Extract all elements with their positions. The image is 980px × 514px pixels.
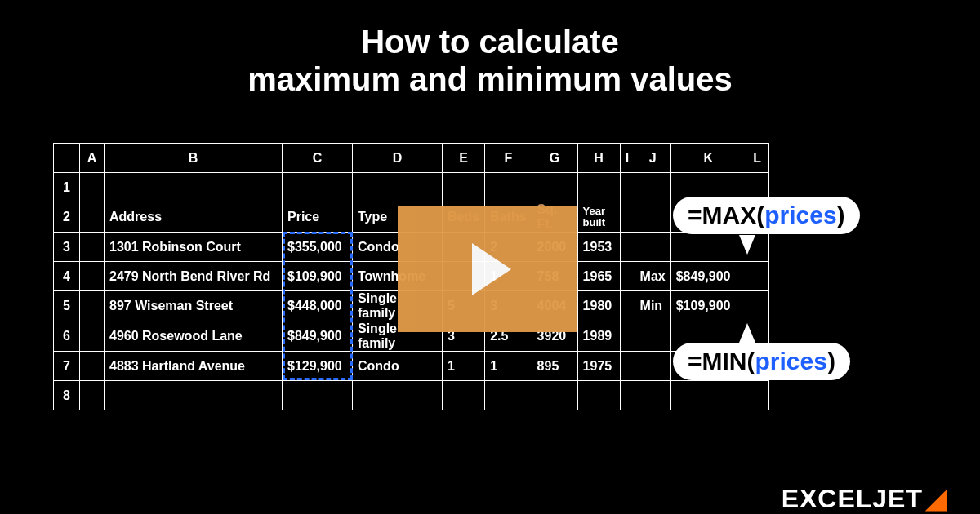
cell-B1[interactable] (105, 173, 283, 202)
row-header-7[interactable]: 7 (54, 352, 80, 381)
cell-F7[interactable]: 1 (485, 352, 532, 381)
row-header-6[interactable]: 6 (54, 321, 80, 352)
cell-H6[interactable]: 1989 (577, 321, 620, 352)
callout-tail-bot (739, 323, 755, 343)
cell-J8[interactable] (635, 381, 670, 410)
col-header-B[interactable]: B (105, 144, 283, 173)
cell-F8[interactable] (485, 381, 532, 410)
cell-H8[interactable] (577, 381, 620, 410)
col-header-F[interactable]: F (485, 144, 532, 173)
cell-D8[interactable] (353, 381, 443, 410)
cell-D1[interactable] (353, 173, 443, 202)
cell-A8[interactable] (80, 381, 105, 410)
cell-I2[interactable] (620, 202, 635, 233)
cell-K8[interactable] (670, 381, 746, 410)
cell-E1[interactable] (443, 173, 485, 202)
cell-C3[interactable]: $355,000 (283, 233, 353, 262)
cell-I5[interactable] (620, 291, 635, 321)
cell-H1[interactable] (577, 173, 620, 202)
col-header-D[interactable]: D (353, 144, 443, 173)
cell-J5-min-label[interactable]: Min (635, 291, 670, 321)
cell-K4-max-value[interactable]: $849,900 (670, 262, 746, 291)
logo-accent-icon: ◢ (926, 483, 947, 514)
cell-B4[interactable]: 2479 North Bend River Rd (105, 262, 283, 291)
cell-A7[interactable] (80, 352, 105, 381)
cell-H7[interactable]: 1975 (577, 352, 620, 381)
cell-G7[interactable]: 895 (532, 352, 577, 381)
cell-A3[interactable] (80, 233, 105, 262)
cell-L8[interactable] (746, 381, 768, 410)
row-header-2[interactable]: 2 (54, 202, 80, 233)
cell-H4[interactable]: 1965 (577, 262, 620, 291)
cell-C7[interactable]: $129,900 (283, 352, 353, 381)
cell-E7[interactable]: 1 (443, 352, 485, 381)
cell-H3[interactable]: 1953 (577, 233, 620, 262)
cell-J2[interactable] (635, 202, 670, 233)
cell-I7[interactable] (620, 352, 635, 381)
cell-J7[interactable] (635, 352, 670, 381)
cell-C6[interactable]: $849,900 (283, 321, 353, 352)
header-year[interactable]: Year built (577, 202, 620, 233)
cell-B5[interactable]: 897 Wiseman Street (105, 291, 283, 321)
video-play-overlay[interactable] (398, 206, 577, 332)
cell-I8[interactable] (620, 381, 635, 410)
cell-B8[interactable] (105, 381, 283, 410)
cell-I4[interactable] (620, 262, 635, 291)
cell-A4[interactable] (80, 262, 105, 291)
play-icon (472, 243, 511, 295)
title-line-2: maximum and minimum values (0, 60, 980, 98)
row-header-4[interactable]: 4 (54, 262, 80, 291)
cell-I1[interactable] (620, 173, 635, 202)
cell-A2[interactable] (80, 202, 105, 233)
header-address[interactable]: Address (105, 202, 283, 233)
cell-G1[interactable] (532, 173, 577, 202)
cell-B7[interactable]: 4883 Hartland Avenue (105, 352, 283, 381)
cell-C4[interactable]: $109,900 (283, 262, 353, 291)
col-header-J[interactable]: J (635, 144, 670, 173)
cell-J4-max-label[interactable]: Max (635, 262, 670, 291)
header-price[interactable]: Price (283, 202, 353, 233)
cell-C5[interactable]: $448,000 (283, 291, 353, 321)
cell-K3[interactable] (670, 233, 746, 262)
cell-J1[interactable] (635, 173, 670, 202)
cell-G8[interactable] (532, 381, 577, 410)
col-header-E[interactable]: E (443, 144, 485, 173)
cell-C8[interactable] (283, 381, 353, 410)
title-line-1: How to calculate (0, 23, 980, 60)
cell-B3[interactable]: 1301 Robinson Court (105, 233, 283, 262)
formula-max-post: ) (837, 202, 845, 228)
cell-K5-min-value[interactable]: $109,900 (670, 291, 746, 321)
col-header-H[interactable]: H (577, 144, 620, 173)
cell-B6[interactable]: 4960 Rosewood Lane (105, 321, 283, 352)
col-header-G[interactable]: G (532, 144, 577, 173)
cell-I3[interactable] (620, 233, 635, 262)
cell-C1[interactable] (283, 173, 353, 202)
formula-max-arg: prices (764, 202, 836, 228)
cell-I6[interactable] (620, 321, 635, 352)
row-header-3[interactable]: 3 (54, 233, 80, 262)
cell-D7[interactable]: Condo (353, 352, 443, 381)
select-all-corner[interactable] (54, 144, 80, 173)
col-header-C[interactable]: C (283, 144, 353, 173)
formula-max-pre: =MAX( (688, 202, 764, 228)
logo-text: EXCELJET (782, 484, 923, 513)
row-header-5[interactable]: 5 (54, 291, 80, 321)
callout-tail-top (739, 235, 755, 255)
cell-J6[interactable] (635, 321, 670, 352)
cell-A1[interactable] (80, 173, 105, 202)
cell-E8[interactable] (443, 381, 485, 410)
cell-L4[interactable] (746, 262, 768, 291)
row-header-8[interactable]: 8 (54, 381, 80, 410)
cell-F1[interactable] (485, 173, 532, 202)
col-header-I[interactable]: I (620, 144, 635, 173)
cell-L5[interactable] (746, 291, 768, 321)
cell-A5[interactable] (80, 291, 105, 321)
col-header-L[interactable]: L (746, 144, 768, 173)
col-header-A[interactable]: A (80, 144, 105, 173)
row-header-1[interactable]: 1 (54, 173, 80, 202)
cell-A6[interactable] (80, 321, 105, 352)
col-header-K[interactable]: K (670, 144, 746, 173)
row-7: 7 4883 Hartland Avenue $129,900 Condo 1 … (54, 352, 769, 381)
cell-J3[interactable] (635, 233, 670, 262)
cell-H5[interactable]: 1980 (577, 291, 620, 321)
